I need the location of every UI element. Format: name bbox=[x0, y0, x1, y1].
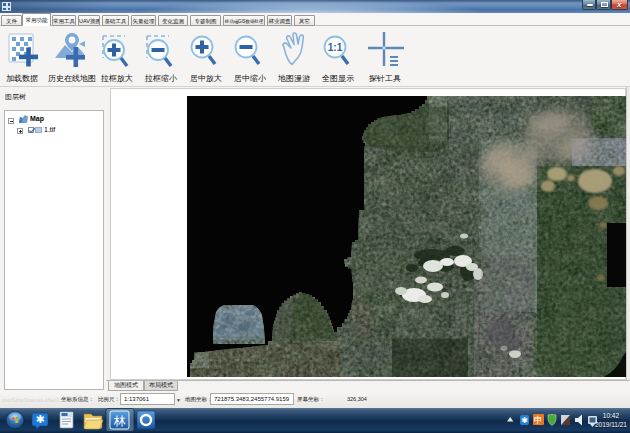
svg-text:✱: ✱ bbox=[521, 416, 528, 425]
svg-text:✱: ✱ bbox=[35, 413, 44, 425]
svg-text:林: 林 bbox=[114, 414, 127, 428]
svg-text:申: 申 bbox=[534, 415, 543, 425]
